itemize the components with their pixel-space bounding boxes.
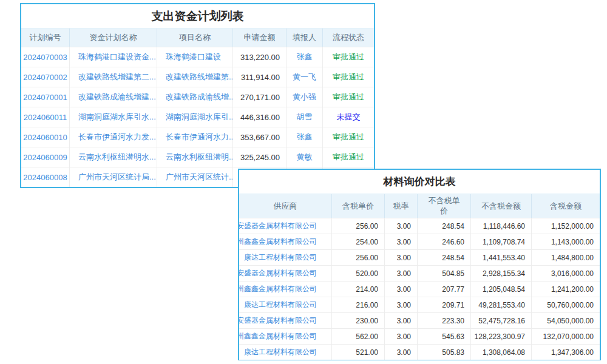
status-badge: 审批通过	[333, 52, 364, 62]
amount-cell: 325,245.00	[233, 147, 287, 167]
amount-excl-tax-cell: 1,109,708.74	[471, 234, 532, 249]
supplier-name-link[interactable]: 康达工程材料有限公司	[244, 252, 317, 263]
plan-name-link[interactable]: 湖南洞庭湖水库引水...	[78, 112, 156, 123]
plan-id-link[interactable]: 2024070002	[23, 73, 67, 82]
material-quote-compare-table-card: 材料询价对比表 供应商 含税单价 税率 不含税单价 不含税金额 含税金额 西安盛…	[238, 169, 601, 360]
amount-incl-tax-cell: 132,070,000.00	[532, 329, 600, 344]
plan-name-link[interactable]: 广州市天河区统计局...	[78, 172, 156, 183]
column-header-price-incl-tax: 含税单价	[332, 194, 385, 218]
project-name-link[interactable]: 云南水利枢纽潜明...	[166, 152, 233, 163]
price-excl-tax-cell: 246.60	[418, 234, 471, 249]
supplier-name-link[interactable]: 康达工程材料有限公司	[244, 300, 317, 310]
project-name-link[interactable]: 珠海鹤港口建设	[166, 52, 221, 62]
plan-id-link[interactable]: 2024060009	[23, 153, 67, 162]
plan-id-link[interactable]: 2024070001	[23, 93, 67, 102]
amount-excl-tax-cell: 52,475,728.16	[471, 313, 532, 328]
amount-excl-tax-cell: 1,118,446.60	[471, 218, 532, 234]
quote-table-row: 广州鑫鑫金属材料有限公司 254.00 3.00 246.60 1,109,70…	[239, 234, 600, 249]
amount-excl-tax-cell: 1,205,048.54	[471, 281, 532, 297]
supplier-name-link[interactable]: 西安盛器金属材料有限公司	[239, 221, 317, 231]
plan-id-link[interactable]: 2024060010	[23, 133, 67, 142]
amount-cell: 270,171.00	[233, 87, 287, 107]
supplier-name-link[interactable]: 康达工程材料有限公司	[244, 347, 317, 357]
plan-name-link[interactable]: 改建铁路成渝线增建...	[78, 92, 156, 103]
column-header-project-name: 项目名称	[157, 29, 233, 47]
reporter-name: 黄一飞	[293, 72, 316, 83]
column-header-price-excl-tax: 不含税单价	[418, 194, 471, 218]
plan-table-row: 2024070002 改建铁路线增建第二... 改建铁路线增建第... 311,…	[21, 67, 374, 87]
quote-table-row: 康达工程材料有限公司 521.00 3.00 505.83 1,308,064.…	[239, 344, 600, 360]
price-excl-tax-cell: 505.83	[418, 345, 471, 360]
price-incl-tax-cell: 230.00	[332, 313, 385, 328]
price-incl-tax-cell: 214.00	[332, 281, 385, 297]
tax-rate-cell: 3.00	[385, 281, 418, 297]
amount-incl-tax-cell: 1,241,200.00	[532, 281, 600, 297]
quote-table-row: 西安盛器金属材料有限公司 230.00 3.00 223.30 52,475,7…	[239, 312, 600, 328]
column-header-tax-rate: 税率	[385, 194, 418, 218]
amount-cell: 353,667.00	[233, 127, 287, 147]
amount-excl-tax-cell: 128,223,300.97	[471, 329, 532, 344]
amount-cell: 313,220.00	[233, 47, 287, 67]
tax-rate-cell: 3.00	[385, 218, 418, 234]
reporter-name: 胡雪	[297, 112, 313, 123]
plan-name-link[interactable]: 珠海鹤港口建设资金...	[78, 52, 156, 62]
price-excl-tax-cell: 209.71	[418, 297, 471, 312]
supplier-name-link[interactable]: 广州鑫鑫金属材料有限公司	[239, 284, 317, 294]
price-incl-tax-cell: 521.00	[332, 345, 385, 360]
quote-table-row: 广州鑫鑫金属材料有限公司 214.00 3.00 207.77 1,205,04…	[239, 281, 600, 297]
tax-rate-cell: 3.00	[385, 313, 418, 328]
reporter-name: 张鑫	[297, 52, 313, 62]
supplier-name-link[interactable]: 广州鑫鑫金属材料有限公司	[239, 331, 317, 342]
quote-table-row: 康达工程材料有限公司 256.00 3.00 248.54 1,441,553.…	[239, 249, 600, 265]
expenditure-plan-table-header-row: 计划编号 资金计划名称 项目名称 申请金额 填报人 流程状态	[21, 29, 374, 47]
amount-cell: 311,914.00	[233, 67, 287, 87]
plan-name-link[interactable]: 云南水利枢纽潜明水...	[78, 152, 156, 163]
amount-incl-tax-cell: 54,050,000.00	[532, 313, 600, 328]
tax-rate-cell: 3.00	[385, 329, 418, 344]
supplier-name-link[interactable]: 西安盛器金属材料有限公司	[239, 315, 317, 326]
price-excl-tax-cell: 223.30	[418, 313, 471, 328]
price-excl-tax-cell: 207.77	[418, 281, 471, 297]
plan-table-row: 2024060009 云南水利枢纽潜明水... 云南水利枢纽潜明... 325,…	[21, 147, 374, 167]
plan-table-row: 2024070003 珠海鹤港口建设资金... 珠海鹤港口建设 313,220.…	[21, 47, 374, 67]
amount-incl-tax-cell: 1,143,000.00	[532, 234, 600, 249]
supplier-name-link[interactable]: 广州鑫鑫金属材料有限公司	[239, 237, 317, 247]
plan-id-link[interactable]: 2024060008	[23, 173, 67, 182]
column-header-plan-id: 计划编号	[21, 29, 70, 47]
price-incl-tax-cell: 520.00	[332, 266, 385, 281]
amount-incl-tax-cell: 1,152,000.00	[532, 218, 600, 234]
status-badge: 审批通过	[333, 152, 364, 163]
tax-rate-cell: 3.00	[385, 297, 418, 312]
tax-rate-cell: 3.00	[385, 266, 418, 281]
plan-table-row: 2024060011 湖南洞庭湖水库引水... 湖南洞庭湖水库引... 446,…	[21, 107, 374, 127]
plan-id-link[interactable]: 2024070003	[23, 53, 67, 62]
supplier-name-link[interactable]: 西安盛器金属材料有限公司	[239, 268, 317, 278]
project-name-link[interactable]: 改建铁路成渝线增...	[166, 92, 233, 103]
project-name-link[interactable]: 改建铁路线增建第...	[166, 72, 233, 83]
price-excl-tax-cell: 248.54	[418, 218, 471, 234]
amount-incl-tax-cell: 3,016,000.00	[532, 266, 600, 281]
reporter-name: 张鑫	[297, 132, 313, 143]
column-header-amount-excl-tax: 不含税金额	[471, 194, 532, 218]
quote-table-row: 广州鑫鑫金属材料有限公司 562.00 3.00 545.63 128,223,…	[239, 328, 600, 344]
plan-name-link[interactable]: 长春市伊通河水力发...	[78, 132, 156, 143]
plan-table-row: 2024060010 长春市伊通河水力发... 长春市伊通河水力... 353,…	[21, 127, 374, 147]
project-name-link[interactable]: 广州市天河区统计...	[166, 172, 233, 183]
price-incl-tax-cell: 216.00	[332, 297, 385, 312]
status-badge: 审批通过	[333, 72, 364, 83]
amount-cell: 446,316.00	[233, 107, 287, 127]
plan-table-row: 2024070001 改建铁路成渝线增建... 改建铁路成渝线增... 270,…	[21, 87, 374, 107]
column-header-amount: 申请金额	[233, 29, 287, 47]
price-excl-tax-cell: 545.63	[418, 329, 471, 344]
price-excl-tax-cell: 248.54	[418, 250, 471, 265]
plan-id-link[interactable]: 2024060011	[24, 113, 67, 122]
project-name-link[interactable]: 长春市伊通河水力...	[166, 132, 233, 143]
tax-rate-cell: 3.00	[385, 345, 418, 360]
amount-excl-tax-cell: 1,308,064.08	[471, 345, 532, 360]
reporter-name: 黄敏	[297, 152, 313, 163]
reporter-name: 黄小强	[293, 92, 316, 103]
column-header-supplier: 供应商	[239, 194, 332, 218]
status-badge: 未提交	[337, 112, 361, 123]
plan-name-link[interactable]: 改建铁路线增建第二...	[78, 72, 156, 83]
project-name-link[interactable]: 湖南洞庭湖水库引...	[166, 112, 233, 123]
